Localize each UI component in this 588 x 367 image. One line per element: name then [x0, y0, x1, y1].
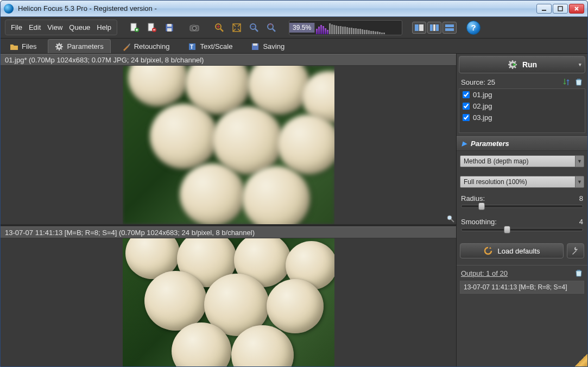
fit-button[interactable] — [229, 20, 244, 35]
zoom-histogram[interactable] — [315, 21, 402, 34]
radius-value: 8 — [579, 194, 583, 203]
brush-icon — [122, 42, 131, 51]
save-button[interactable] — [162, 20, 177, 35]
menu-view[interactable]: View — [44, 21, 66, 34]
dropdown-icon: ▼ — [575, 176, 584, 187]
zoom-value: 39.5% — [289, 23, 315, 33]
menu-file[interactable]: File — [8, 21, 26, 34]
source-label: Source: 25 — [461, 78, 495, 86]
remove-file-button[interactable] — [144, 20, 160, 35]
source-item[interactable]: 01.jpg — [459, 89, 585, 100]
settings-button[interactable] — [567, 243, 584, 258]
parameters-section-header[interactable]: ▶Parameters — [457, 136, 587, 151]
source-item-name: 02.jpg — [473, 102, 492, 110]
svg-rect-0 — [542, 10, 546, 11]
dropdown-icon: ▼ — [575, 156, 584, 167]
folder-icon — [10, 42, 18, 51]
tabbar: Files Parameters Retouching TText/Scale … — [1, 39, 587, 54]
app-icon — [4, 4, 14, 14]
minimize-button[interactable] — [536, 4, 552, 14]
triangle-right-icon: ▶ — [462, 140, 466, 147]
refresh-icon — [483, 246, 493, 256]
parameters-header-label: Parameters — [471, 140, 509, 148]
magnifier-icon[interactable] — [446, 214, 455, 223]
wrench-icon — [571, 246, 580, 256]
tab-files-label: Files — [22, 42, 36, 50]
chevron-down-icon: ▾ — [579, 62, 581, 67]
trash-icon[interactable] — [574, 269, 583, 277]
smoothing-label: Smoothing: — [461, 218, 497, 226]
sort-icon[interactable] — [562, 78, 571, 86]
run-button[interactable]: Run ▾ — [459, 56, 585, 73]
menu-edit[interactable]: Edit — [26, 21, 44, 34]
tab-parameters[interactable]: Parameters — [48, 39, 110, 53]
add-file-button[interactable] — [127, 20, 142, 35]
svg-rect-33 — [577, 79, 580, 80]
svg-point-10 — [193, 26, 197, 30]
svg-rect-17 — [415, 24, 419, 31]
output-list[interactable]: 13-07-07 11:41:13 [M=B; R=8; S=4] — [460, 281, 584, 294]
menubar: File Edit View Queue Help 1:1 39.5% — [1, 17, 587, 39]
bottom-image-header: 13-07-07 11:41:13 [M=B; R=8; S=4] (0.70M… — [1, 226, 456, 238]
resolution-select[interactable]: Full resolution (100%)▼ — [460, 176, 584, 188]
tab-saving[interactable]: Saving — [244, 39, 292, 53]
trash-icon[interactable] — [574, 78, 583, 86]
camera-button[interactable] — [187, 20, 202, 35]
tab-retouching[interactable]: Retouching — [115, 39, 177, 53]
bottom-image-view[interactable] — [1, 238, 456, 366]
menu-help[interactable]: Help — [93, 21, 115, 34]
resolution-value: Full resolution (100%) — [464, 178, 527, 186]
tab-textscale-label: Text/Scale — [200, 42, 232, 50]
smoothing-slider[interactable] — [461, 228, 583, 231]
method-value: Method B (depth map) — [464, 157, 528, 165]
tab-textscale[interactable]: TText/Scale — [181, 39, 239, 53]
horizontal-splitter[interactable] — [1, 224, 456, 226]
resize-grip[interactable] — [574, 353, 587, 366]
load-defaults-button[interactable]: Load defaults — [460, 243, 564, 258]
load-defaults-label: Load defaults — [497, 247, 540, 255]
tab-parameters-label: Parameters — [67, 42, 103, 50]
layout-hsplit-button[interactable] — [442, 22, 457, 34]
layout-vsplit-button[interactable] — [427, 22, 441, 34]
svg-rect-20 — [433, 24, 435, 31]
smoothing-value: 4 — [579, 218, 583, 226]
output-item[interactable]: 13-07-07 11:41:13 [M=B; R=8; S=4] — [460, 281, 584, 293]
source-item[interactable]: 03.jpg — [459, 112, 585, 123]
run-gear-icon — [507, 59, 518, 70]
zoom-in-button[interactable] — [212, 20, 227, 35]
tab-retouching-label: Retouching — [134, 42, 170, 50]
source-item[interactable]: 02.jpg — [459, 100, 585, 112]
source-item-name: 03.jpg — [473, 113, 492, 122]
svg-rect-23 — [445, 28, 454, 31]
close-button[interactable] — [569, 4, 584, 14]
actual-size-button[interactable]: 1:1 — [264, 20, 279, 35]
svg-rect-11 — [192, 24, 195, 26]
svg-rect-18 — [419, 24, 423, 31]
svg-rect-8 — [167, 28, 172, 31]
zoom-out-button[interactable] — [246, 20, 262, 35]
source-checkbox[interactable] — [463, 91, 470, 98]
radius-label: Radius: — [461, 194, 485, 203]
text-icon: T — [188, 42, 197, 51]
radius-slider[interactable] — [461, 205, 583, 208]
svg-text:T: T — [190, 44, 193, 50]
source-checkbox[interactable] — [463, 103, 470, 110]
svg-rect-1 — [558, 7, 562, 11]
output-link[interactable]: Output: 1 of 20 — [461, 269, 508, 277]
menu-queue[interactable]: Queue — [66, 21, 93, 34]
zoom-display: 39.5% — [289, 20, 402, 35]
tab-files[interactable]: Files — [3, 39, 43, 53]
top-image-view[interactable] — [1, 66, 456, 224]
method-select[interactable]: Method B (depth map)▼ — [460, 155, 584, 167]
svg-rect-22 — [445, 24, 454, 27]
svg-point-30 — [447, 216, 452, 220]
side-panel: Run ▾ Source: 25 01.jpg 02.jpg 03.jpg ▶P… — [456, 54, 587, 366]
top-image-header: 01.jpg* (0.70Mp 1024x683; 0.07M JPG; 24 … — [1, 54, 456, 66]
help-button[interactable]: ? — [466, 21, 480, 35]
maximize-button[interactable] — [553, 4, 568, 14]
source-list[interactable]: 01.jpg 02.jpg 03.jpg — [459, 88, 585, 133]
layout-single-button[interactable] — [412, 22, 426, 34]
svg-text:1:1: 1:1 — [269, 23, 273, 26]
titlebar: Helicon Focus 5.3 Pro - Registered versi… — [1, 1, 587, 17]
source-checkbox[interactable] — [463, 114, 470, 121]
